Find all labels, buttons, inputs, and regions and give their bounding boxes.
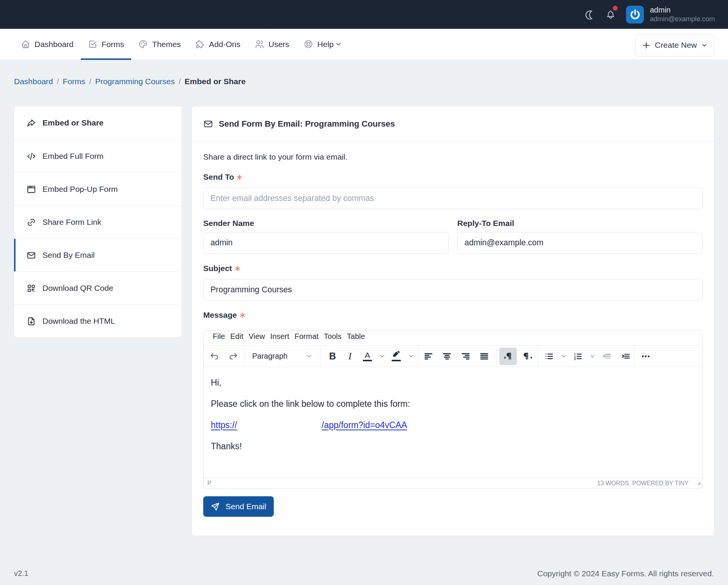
svg-text:3: 3: [574, 358, 576, 361]
